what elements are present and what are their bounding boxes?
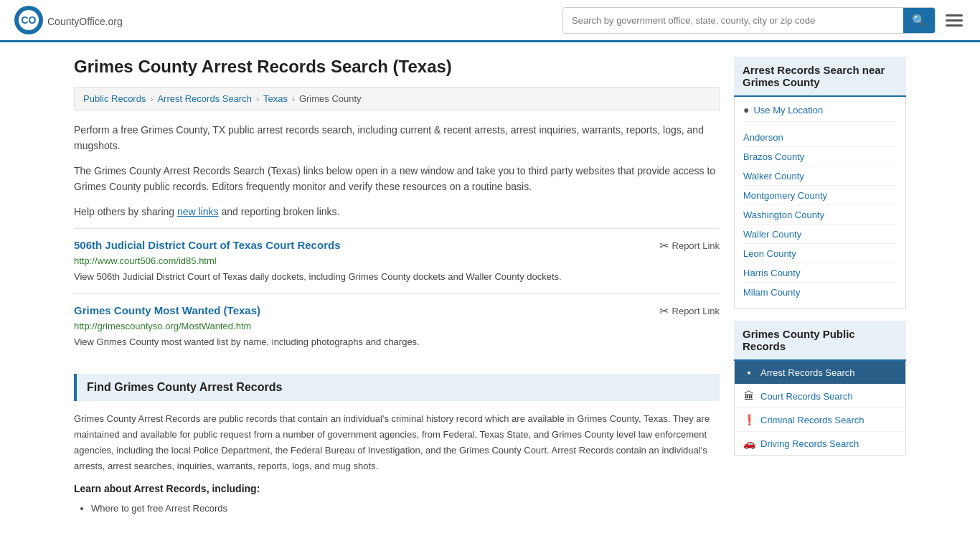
breadcrumb-arrest-records[interactable]: Arrest Records Search xyxy=(157,93,252,104)
pub-record-item-2[interactable]: ❗ Criminal Records Search xyxy=(735,408,905,432)
driving-records-icon: 🚗 xyxy=(743,438,755,449)
sidebar: Arrest Records Search near Grimes County… xyxy=(734,57,906,517)
breadcrumb-public-records[interactable]: Public Records xyxy=(83,93,146,104)
report-icon-0: ✂ xyxy=(659,239,669,253)
main-container: Grimes County Arrest Records Search (Tex… xyxy=(60,42,920,532)
nearby-item-7: Harris County xyxy=(743,263,897,283)
pub-records-title: Grimes County Public Records xyxy=(734,321,906,361)
logo-name: CountyOffice xyxy=(47,16,105,27)
criminal-records-icon: ❗ xyxy=(743,414,755,425)
menu-line-1 xyxy=(946,14,963,17)
resource-item-0: 506th Judicial District Court of Texas C… xyxy=(74,228,720,294)
nearby-item-6: Leon County xyxy=(743,244,897,263)
header-right: 🔍 xyxy=(562,7,966,34)
resource-url-1[interactable]: http://grimescountyso.org/MostWanted.htm xyxy=(74,321,720,331)
nearby-link-8[interactable]: Milam County xyxy=(743,287,800,298)
find-list-item-0: Where to get free Arrest Records xyxy=(91,500,720,517)
menu-line-3 xyxy=(946,24,963,27)
nearby-item-1: Brazos County xyxy=(743,147,897,166)
new-links-link[interactable]: new links xyxy=(177,206,219,217)
nearby-link-0[interactable]: Anderson xyxy=(743,132,783,143)
pub-record-item-0[interactable]: ▪ Arrest Records Search xyxy=(735,361,905,385)
logo-tld: .org xyxy=(105,16,123,27)
resource-title-0[interactable]: 506th Judicial District Court of Texas C… xyxy=(74,239,340,251)
sidebar-nearby-body: ● Use My Location Anderson Brazos County… xyxy=(734,97,906,309)
nearby-link-7[interactable]: Harris County xyxy=(743,268,800,278)
logo-text: CountyOffice.org xyxy=(47,12,123,29)
sidebar-pub-records-section: Grimes County Public Records ▪ Arrest Re… xyxy=(734,321,906,456)
menu-line-2 xyxy=(946,19,963,22)
pub-record-item-3[interactable]: 🚗 Driving Records Search xyxy=(735,432,905,455)
sidebar-nearby-section: Arrest Records Search near Grimes County… xyxy=(734,57,906,309)
page-title: Grimes County Arrest Records Search (Tex… xyxy=(74,57,720,77)
find-section-body: Grimes County Arrest Records are public … xyxy=(74,411,720,474)
description-para2: The Grimes County Arrest Records Search … xyxy=(74,163,720,195)
nearby-item-8: Milam County xyxy=(743,283,897,301)
nearby-item-0: Anderson xyxy=(743,128,897,147)
description-para3: Help others by sharing new links and rep… xyxy=(74,204,720,220)
use-location-label: Use My Location xyxy=(753,105,823,116)
resource-desc-1: View Grimes County most wanted list by n… xyxy=(74,335,720,349)
breadcrumb-sep-3: › xyxy=(292,94,295,104)
resource-item-1: Grimes County Most Wanted (Texas) ✂ Repo… xyxy=(74,293,720,359)
use-location-button[interactable]: ● Use My Location xyxy=(743,104,897,122)
report-label-1: Report Link xyxy=(672,306,720,316)
desc-para3-before: Help others by sharing xyxy=(74,206,177,217)
nearby-link-5[interactable]: Waller County xyxy=(743,229,801,240)
resource-header-0: 506th Judicial District Court of Texas C… xyxy=(74,239,720,253)
breadcrumb-texas[interactable]: Texas xyxy=(263,93,288,104)
desc-para3-after: and reporting broken links. xyxy=(219,206,340,217)
find-section-heading: Find Grimes County Arrest Records xyxy=(74,374,720,401)
pub-record-label-0: Arrest Records Search xyxy=(760,367,855,378)
pub-record-link-2[interactable]: Criminal Records Search xyxy=(760,415,864,425)
pub-record-link-3[interactable]: Driving Records Search xyxy=(760,438,859,449)
location-icon: ● xyxy=(743,104,749,116)
breadcrumb-sep-2: › xyxy=(256,94,259,104)
nearby-item-5: Waller County xyxy=(743,225,897,244)
nearby-item-2: Walker County xyxy=(743,166,897,186)
resource-desc-0: View 506th Judicial District Court of Te… xyxy=(74,270,720,284)
arrest-records-icon: ▪ xyxy=(743,367,755,378)
breadcrumb: Public Records › Arrest Records Search ›… xyxy=(74,87,720,110)
logo[interactable]: CO CountyOffice.org xyxy=(14,6,123,34)
description-para1: Perform a free Grimes County, TX public … xyxy=(74,122,720,154)
nearby-item-4: Washington County xyxy=(743,205,897,225)
content-area: Grimes County Arrest Records Search (Tex… xyxy=(74,57,720,517)
search-button[interactable]: 🔍 xyxy=(903,8,935,33)
nearby-link-4[interactable]: Washington County xyxy=(743,209,824,220)
svg-text:CO: CO xyxy=(22,14,37,26)
report-icon-1: ✂ xyxy=(659,304,669,318)
resource-header-1: Grimes County Most Wanted (Texas) ✂ Repo… xyxy=(74,304,720,318)
breadcrumb-grimes: Grimes County xyxy=(299,93,362,104)
breadcrumb-sep-1: › xyxy=(150,94,153,104)
resource-url-0[interactable]: http://www.court506.com/id85.html xyxy=(74,255,720,266)
find-subheading: Learn about Arrest Records, including: xyxy=(74,483,720,494)
report-label-0: Report Link xyxy=(672,240,720,251)
nearby-item-3: Montgomery County xyxy=(743,186,897,205)
nearby-list: Anderson Brazos County Walker County Mon… xyxy=(743,128,897,301)
sidebar-nearby-title: Arrest Records Search near Grimes County xyxy=(734,57,906,97)
search-bar-container: 🔍 xyxy=(562,7,936,34)
menu-button[interactable] xyxy=(943,11,966,29)
pub-record-item-1[interactable]: 🏛 Court Records Search xyxy=(735,385,905,408)
resource-title-1[interactable]: Grimes County Most Wanted (Texas) xyxy=(74,304,260,316)
nearby-link-2[interactable]: Walker County xyxy=(743,171,804,182)
logo-icon: CO xyxy=(14,6,43,34)
search-input[interactable] xyxy=(563,9,903,32)
nearby-link-3[interactable]: Montgomery County xyxy=(743,190,827,201)
pub-record-link-1[interactable]: Court Records Search xyxy=(760,391,853,402)
find-list: Where to get free Arrest Records xyxy=(74,500,720,517)
site-header: CO CountyOffice.org 🔍 xyxy=(0,0,980,42)
pub-records-body: ▪ Arrest Records Search 🏛 Court Records … xyxy=(734,361,906,456)
report-link-0[interactable]: ✂ Report Link xyxy=(659,239,720,253)
nearby-link-6[interactable]: Leon County xyxy=(743,248,796,259)
nearby-link-1[interactable]: Brazos County xyxy=(743,151,804,162)
report-link-1[interactable]: ✂ Report Link xyxy=(659,304,720,318)
court-records-icon: 🏛 xyxy=(743,390,755,402)
find-section: Find Grimes County Arrest Records Grimes… xyxy=(74,374,720,517)
